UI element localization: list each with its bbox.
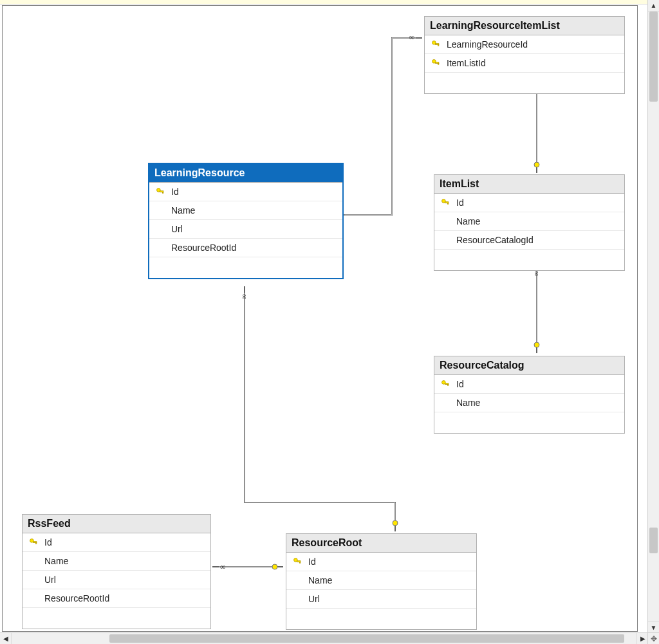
column-name: ItemListId <box>447 58 619 68</box>
column-name: Name <box>44 556 205 566</box>
table-row[interactable] <box>286 609 476 629</box>
table-row[interactable]: Id <box>434 375 624 394</box>
column-name: Name <box>456 216 619 226</box>
table-resourcecatalog[interactable]: ResourceCatalog Id Name <box>434 356 625 434</box>
column-name: Id <box>456 379 619 389</box>
size-grip-icon[interactable]: ✥ <box>647 632 659 644</box>
table-header[interactable]: ResourceRoot <box>286 534 476 553</box>
svg-rect-6 <box>438 44 439 46</box>
svg-rect-21 <box>36 542 37 544</box>
table-header[interactable]: LearningResource <box>149 164 342 183</box>
table-resourceroot[interactable]: ResourceRoot Id Name Url <box>286 533 477 630</box>
table-row[interactable]: Name <box>286 571 476 590</box>
vertical-scroll-thumb[interactable] <box>649 528 658 553</box>
table-header[interactable]: ResourceCatalog <box>434 356 624 375</box>
table-row[interactable]: ResourceRootId <box>23 589 210 608</box>
primary-key-icon <box>440 380 451 389</box>
column-name: Name <box>308 575 471 585</box>
table-row[interactable] <box>23 608 210 629</box>
table-row[interactable]: Id <box>23 533 210 552</box>
svg-rect-9 <box>438 63 439 64</box>
column-name: Id <box>171 187 337 197</box>
column-name: ResourceRootId <box>171 243 337 253</box>
table-row[interactable]: LearningResourceId <box>425 35 624 54</box>
table-row[interactable]: Url <box>149 220 342 239</box>
table-row[interactable] <box>425 73 624 93</box>
horizontal-scroll-thumb[interactable] <box>109 634 624 643</box>
column-name: Id <box>308 557 471 567</box>
scroll-up-arrow-icon[interactable]: ▲ <box>648 0 659 12</box>
table-row[interactable] <box>434 250 624 270</box>
vertical-scroll-thumb[interactable] <box>649 12 658 102</box>
column-name: Url <box>44 575 205 585</box>
table-itemlist[interactable]: ItemList Id Name ResourceCatalogId <box>434 174 625 271</box>
rel-lril-learningresource[interactable] <box>334 33 422 217</box>
table-row[interactable]: Name <box>434 212 624 231</box>
diagram-canvas[interactable]: ∞ <box>3 6 637 631</box>
table-row[interactable]: Url <box>23 571 210 589</box>
primary-key-icon <box>28 538 39 547</box>
table-row[interactable]: Id <box>286 553 476 571</box>
table-row[interactable]: ResourceRootId <box>149 239 342 257</box>
scroll-left-arrow-icon[interactable]: ◀ <box>0 633 12 644</box>
table-header[interactable]: LearningResourceItemList <box>425 17 624 35</box>
horizontal-scrollbar[interactable]: ◀ ▶ <box>0 632 648 644</box>
column-name: LearningResourceId <box>447 39 619 50</box>
table-row[interactable]: Url <box>286 590 476 609</box>
table-rssfeed[interactable]: RssFeed Id Name Url ResourceRootId <box>22 514 211 629</box>
table-learningresourceitemlist[interactable]: LearningResourceItemList LearningResourc… <box>424 16 625 94</box>
table-row[interactable]: Name <box>149 201 342 220</box>
title-strip <box>0 0 659 5</box>
primary-key-icon <box>430 59 441 68</box>
scroll-down-arrow-icon[interactable]: ▼ <box>648 621 659 633</box>
primary-key-icon <box>440 198 451 207</box>
column-name: Name <box>456 398 619 408</box>
column-name: Url <box>308 594 471 604</box>
column-name: ResourceRootId <box>44 593 205 603</box>
table-learningresource[interactable]: LearningResource Id Name Url ResourceRoo… <box>148 163 344 279</box>
scroll-right-arrow-icon[interactable]: ▶ <box>636 633 648 644</box>
column-name: Url <box>171 224 337 234</box>
column-name: Id <box>44 537 205 547</box>
table-row[interactable]: ItemListId <box>425 54 624 73</box>
column-name: ResourceCatalogId <box>456 235 619 245</box>
table-row[interactable]: Name <box>23 552 210 571</box>
column-name: Id <box>456 198 619 208</box>
table-row[interactable]: Id <box>434 194 624 212</box>
table-row[interactable]: Id <box>149 183 342 201</box>
table-row[interactable] <box>149 257 342 278</box>
rel-rssfeed-resourceroot[interactable] <box>212 562 283 571</box>
rel-learningresource-resourceroot[interactable] <box>240 286 398 531</box>
svg-rect-12 <box>163 192 163 193</box>
table-header[interactable]: RssFeed <box>23 515 210 533</box>
vertical-scrollbar[interactable]: ▲ ▼ <box>647 0 659 633</box>
svg-rect-18 <box>448 384 449 385</box>
table-row[interactable] <box>434 412 624 433</box>
primary-key-icon <box>292 557 303 566</box>
svg-rect-15 <box>448 203 449 204</box>
column-name: Name <box>171 205 337 216</box>
table-header[interactable]: ItemList <box>434 175 624 194</box>
primary-key-icon <box>430 40 441 49</box>
diagram-canvas-frame: ∞ <box>2 5 638 632</box>
rel-itemlist-resourcecatalog[interactable] <box>532 263 541 353</box>
primary-key-icon <box>154 187 166 196</box>
svg-rect-24 <box>300 562 301 563</box>
table-row[interactable]: ResourceCatalogId <box>434 231 624 250</box>
table-row[interactable]: Name <box>434 394 624 412</box>
